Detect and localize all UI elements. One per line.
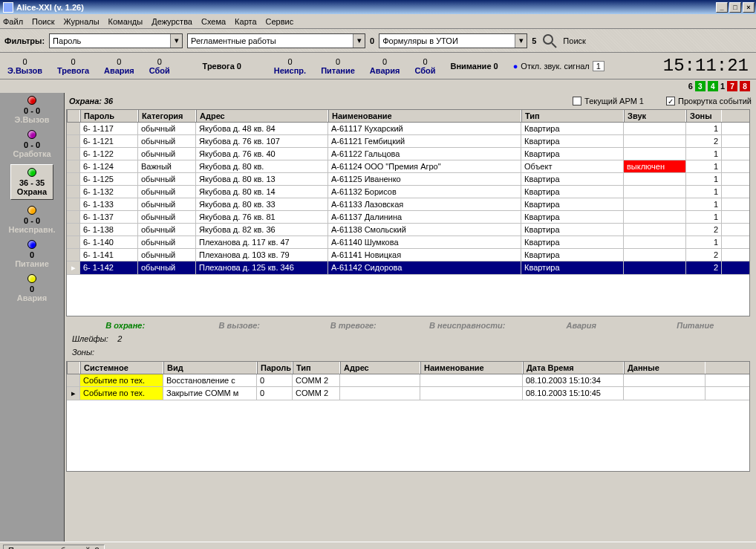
status-band: В охране:В вызове:В тревоге:В неисправно… xyxy=(65,318,756,333)
status-cell[interactable]: 0Питание xyxy=(313,53,362,79)
table-row[interactable]: 6- 1-122обычныйЯкубова д. 76 кв. 40А-611… xyxy=(67,148,749,160)
status-cell[interactable]: 0Сбой xyxy=(142,53,177,79)
grid-body[interactable]: 6- 1-117обычныйЯкубова д. 48 кв. 84А-611… xyxy=(67,123,749,316)
column-header[interactable]: Адрес xyxy=(196,110,328,122)
column-header[interactable]: Зоны xyxy=(686,110,722,122)
grid2-body[interactable]: Событие по тех.Восстановление с0COMM 208… xyxy=(67,374,749,471)
row-marker xyxy=(67,198,80,210)
menubar: ФайлПоискЖурналыКомандыДежурстваСхемаКар… xyxy=(0,14,756,29)
table-row[interactable]: 6- 1-117обычныйЯкубова д. 48 кв. 84А-611… xyxy=(67,123,749,135)
status-segment: В вызове: xyxy=(186,321,293,330)
sound-toggle[interactable]: ●Откл. звук. сигнал1 xyxy=(506,53,612,79)
column-header[interactable]: Наименование xyxy=(328,110,521,122)
status-segment: В неисправности: xyxy=(414,321,521,330)
status-cell[interactable]: 0Неиспр. xyxy=(267,53,313,79)
status-cell[interactable]: 0Тревога xyxy=(50,53,97,79)
filter-combo-3[interactable]: Формуляры в УТОИ▾ xyxy=(379,33,527,48)
info-row: Шлейфы: 2 xyxy=(65,333,756,348)
menu-Журналы[interactable]: Журналы xyxy=(64,17,100,26)
led-icon xyxy=(27,274,36,283)
svg-line-1 xyxy=(552,43,556,48)
table-row[interactable]: ▸Событие по тех.Закрытие COMM м0COMM 208… xyxy=(67,387,749,400)
sidebar-item[interactable]: 0Авария xyxy=(17,274,48,302)
attention-label: Внимание 0 xyxy=(443,53,506,79)
led-icon xyxy=(27,206,36,215)
filter-combo-2[interactable]: Регламентные работы▾ xyxy=(187,33,365,48)
events-grid: СистемноеВидПарольТипАдресНаименованиеДа… xyxy=(66,361,750,472)
menu-Поиск[interactable]: Поиск xyxy=(32,17,54,26)
sidebar-item[interactable]: 0 - 0Неисправн. xyxy=(9,206,56,234)
status-segment: Авария xyxy=(528,321,635,330)
table-row[interactable]: 6- 1-141обычныйПлеханова д. 103 кв. 79А-… xyxy=(67,249,749,261)
row-marker xyxy=(67,236,80,248)
filter-bar: Фильтры: Пароль▾ Регламентные работы▾ 0 … xyxy=(0,29,756,53)
column-header[interactable]: Наименование xyxy=(420,362,523,374)
sidebar-item[interactable]: 0Питание xyxy=(15,240,49,268)
column-header[interactable]: Звук xyxy=(624,110,686,122)
menu-Схема[interactable]: Схема xyxy=(201,17,226,26)
column-header[interactable]: Вид xyxy=(163,362,257,374)
column-header[interactable]: Категория xyxy=(138,110,196,122)
filter-count-3: 5 xyxy=(532,36,536,45)
search-icon[interactable] xyxy=(541,32,558,50)
search-label[interactable]: Поиск xyxy=(563,36,585,45)
column-header[interactable]: Дата Время xyxy=(523,362,624,374)
titlebar: Alice-XXI (v. 1.26) _ □ × xyxy=(0,0,756,14)
status-cell[interactable]: 0Э.Вызов xyxy=(0,53,50,79)
led-icon xyxy=(27,96,36,105)
grid-header: ПарольКатегорияАдресНаименованиеТипЗвукЗ… xyxy=(67,110,749,123)
table-row[interactable]: Событие по тех.Восстановление с0COMM 208… xyxy=(67,374,749,387)
row-marker xyxy=(67,186,80,198)
indicator: 3 xyxy=(695,81,706,91)
menu-Команды[interactable]: Команды xyxy=(108,17,143,26)
status-bar: Получено сообщений: 2 xyxy=(0,542,756,549)
column-header[interactable]: Пароль xyxy=(257,362,293,374)
row-marker xyxy=(67,249,80,261)
status-segment: Питание xyxy=(642,321,749,330)
column-header[interactable]: Тип xyxy=(521,110,624,122)
menu-Файл[interactable]: Файл xyxy=(3,17,23,26)
info-row-2: Зоны: xyxy=(65,348,756,361)
column-header[interactable]: Пароль xyxy=(80,110,138,122)
sidebar-item[interactable]: 0 - 0Э.Вызов xyxy=(15,96,50,124)
content: Охрана: 36 Текущий АРМ 1 ✓Прокрутка собы… xyxy=(65,93,756,542)
scroll-events-check[interactable]: ✓Прокрутка событий xyxy=(666,97,752,105)
menu-Сервис[interactable]: Сервис xyxy=(266,17,294,26)
table-row[interactable]: 6- 1-137обычныйЯкубова д. 76 кв. 81А-611… xyxy=(67,211,749,224)
current-arm-check[interactable]: Текущий АРМ 1 xyxy=(573,97,644,105)
minimize-button[interactable]: _ xyxy=(716,2,728,13)
led-icon xyxy=(27,240,36,249)
row-marker: ▸ xyxy=(67,261,80,274)
row-marker xyxy=(67,123,80,134)
indicator: 6 xyxy=(688,82,693,91)
row-marker xyxy=(67,135,80,147)
table-row[interactable]: 6- 1-124ВажныйЯкубова д. 80 кв.А-61124 О… xyxy=(67,160,749,173)
column-header[interactable]: Данные xyxy=(624,362,706,374)
clock: 15:11:21 xyxy=(663,53,756,79)
column-header[interactable]: Адрес xyxy=(340,362,420,374)
table-row[interactable]: 6- 1-133обычныйЯкубова д. 80 кв. 33А-611… xyxy=(67,198,749,211)
menu-Дежурства[interactable]: Дежурства xyxy=(151,17,192,26)
table-row[interactable]: ▸6- 1-142обычныйПлеханова д. 125 кв. 346… xyxy=(67,261,749,275)
svg-point-0 xyxy=(544,35,553,44)
menu-Карта[interactable]: Карта xyxy=(235,17,256,26)
sidebar-item[interactable]: 0 - 0Сработка xyxy=(13,130,50,158)
column-header[interactable]: Системное xyxy=(80,362,163,374)
filter-combo-1[interactable]: Пароль▾ xyxy=(49,33,183,48)
column-header[interactable]: Тип xyxy=(293,362,340,374)
checkbox-icon: ✓ xyxy=(666,97,675,105)
row-marker xyxy=(67,211,80,223)
table-row[interactable]: 6- 1-125обычныйЯкубова д. 80 кв. 13А-611… xyxy=(67,173,749,186)
close-button[interactable]: × xyxy=(743,2,755,13)
table-row[interactable]: 6- 1-138обычныйЯкубова д. 82 кв. 36А-611… xyxy=(67,224,749,236)
sidebar-item[interactable]: 36 - 35Охрана xyxy=(10,164,53,200)
table-row[interactable]: 6- 1-140обычныйПлеханова д. 117 кв. 47А-… xyxy=(67,236,749,249)
status-cell[interactable]: 0Авария xyxy=(97,53,142,79)
objects-grid: ПарольКатегорияАдресНаименованиеТипЗвукЗ… xyxy=(66,109,750,316)
maximize-button[interactable]: □ xyxy=(729,2,741,13)
checkbox-icon xyxy=(573,97,581,105)
table-row[interactable]: 6- 1-132обычныйЯкубова д. 80 кв. 14А-611… xyxy=(67,186,749,198)
status-cell[interactable]: 0Авария xyxy=(362,53,408,79)
status-cell[interactable]: 0Сбой xyxy=(407,53,443,79)
table-row[interactable]: 6- 1-121обычныйЯкубова д. 76 кв. 107А-61… xyxy=(67,135,749,148)
